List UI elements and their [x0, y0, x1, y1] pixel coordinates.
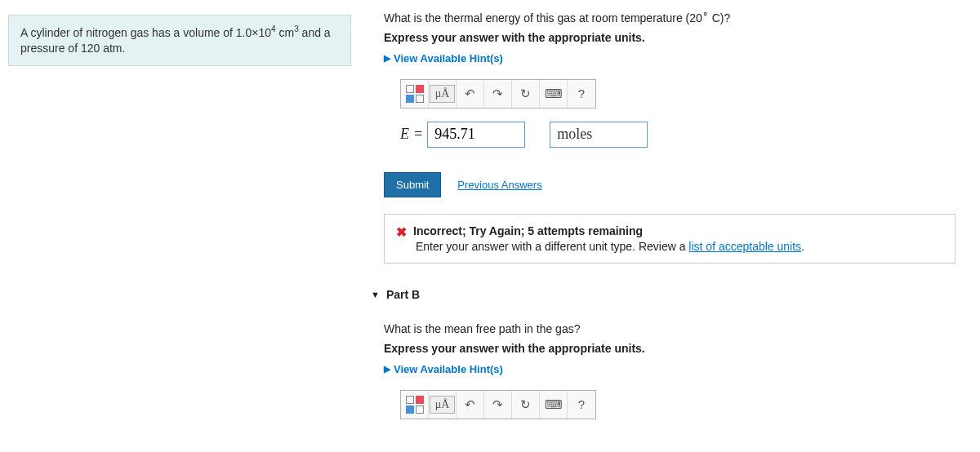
acceptable-units-link[interactable]: list of acceptable units — [688, 240, 801, 253]
problem-statement: A cylinder of nitrogen gas has a volume … — [8, 15, 351, 66]
caret-right-icon: ▶ — [384, 364, 390, 374]
template-picker-icon[interactable] — [401, 391, 429, 419]
part-a-question: What is the thermal energy of this gas a… — [384, 8, 956, 24]
feedback-box: ✖ Incorrect; Try Again; 5 attempts remai… — [384, 214, 956, 264]
help-icon[interactable]: ? — [568, 80, 595, 108]
problem-text-1: A cylinder of nitrogen gas has a volume … — [20, 26, 271, 39]
view-hints-toggle-b[interactable]: ▶ View Available Hint(s) — [384, 363, 956, 375]
caret-right-icon: ▶ — [384, 53, 390, 64]
previous-answers-link[interactable]: Previous Answers — [457, 179, 541, 191]
hint-label: View Available Hint(s) — [394, 52, 503, 64]
reset-icon[interactable]: ↻ — [512, 391, 540, 419]
value-input[interactable] — [427, 122, 525, 148]
part-b-question: What is the mean free path in the gas? — [384, 322, 956, 335]
equals-label: = — [414, 126, 422, 143]
part-b-label: Part B — [386, 288, 420, 301]
keyboard-icon[interactable]: ⌨ — [540, 391, 568, 419]
redo-icon[interactable]: ↷ — [484, 80, 512, 108]
feedback-title: Incorrect; Try Again; 5 attempts remaini… — [413, 224, 643, 240]
reset-icon[interactable]: ↻ — [512, 80, 540, 108]
answer-toolbar: μÅ ↶ ↷ ↻ ⌨ ? — [400, 79, 596, 109]
units-button[interactable]: μÅ — [429, 391, 457, 419]
template-picker-icon[interactable] — [401, 80, 429, 108]
unit-input[interactable] — [550, 122, 648, 148]
keyboard-icon[interactable]: ⌨ — [540, 80, 568, 108]
part-b-toggle[interactable]: ▼ Part B — [371, 288, 956, 301]
hint-label-b: View Available Hint(s) — [394, 363, 503, 375]
feedback-body-post: . — [801, 240, 804, 253]
variable-label: E — [400, 126, 409, 143]
caret-down-icon: ▼ — [371, 290, 380, 299]
answer-row: E = — [400, 122, 956, 148]
help-icon[interactable]: ? — [568, 391, 595, 419]
undo-icon[interactable]: ↶ — [457, 80, 484, 108]
redo-icon[interactable]: ↷ — [484, 391, 512, 419]
submit-button[interactable]: Submit — [384, 172, 441, 197]
part-a-instruction: Express your answer with the appropriate… — [384, 31, 956, 44]
feedback-body-pre: Enter your answer with a different unit … — [416, 240, 688, 253]
undo-icon[interactable]: ↶ — [457, 391, 484, 419]
problem-unit: cm — [276, 26, 295, 39]
answer-toolbar-b: μÅ ↶ ↷ ↻ ⌨ ? — [400, 390, 596, 419]
units-button[interactable]: μÅ — [429, 80, 457, 108]
part-b-instruction: Express your answer with the appropriate… — [384, 342, 956, 355]
view-hints-toggle[interactable]: ▶ View Available Hint(s) — [384, 52, 956, 64]
error-icon: ✖ — [396, 224, 407, 240]
